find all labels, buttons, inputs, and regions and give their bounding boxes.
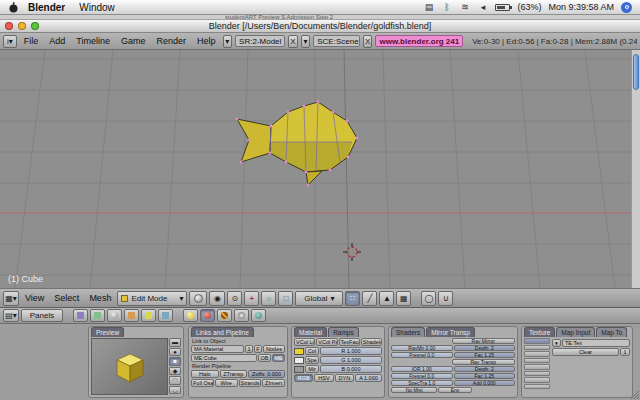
object-context-icon[interactable] xyxy=(124,309,139,322)
menu-view[interactable]: View xyxy=(21,293,48,303)
logic-context-icon[interactable] xyxy=(73,309,88,322)
world-buttons-icon[interactable] xyxy=(251,309,266,322)
material-users-button[interactable]: 1 xyxy=(245,345,253,353)
menu-game[interactable]: Game xyxy=(117,36,150,46)
transp-fresnel-slider[interactable]: Fresnel 0.0 xyxy=(391,373,453,379)
raymir-slider[interactable]: RayMir 0.00 xyxy=(391,345,453,351)
tab-ramps[interactable]: Ramps xyxy=(328,327,359,337)
halo-button[interactable]: Halo xyxy=(191,370,219,378)
volume-icon[interactable]: ◂ xyxy=(477,2,488,12)
material-id-field[interactable]: MA:Material xyxy=(191,345,244,353)
face-select-button[interactable]: ▲ xyxy=(379,291,394,306)
lamp-buttons-icon[interactable] xyxy=(183,309,198,322)
preview-cube-icon[interactable]: ■ xyxy=(169,357,181,366)
mirror-fac-field[interactable]: Fac 1.25 xyxy=(454,352,516,358)
transp-fac-field[interactable]: Fac 1.25 xyxy=(454,373,516,379)
fake-user-button[interactable]: F xyxy=(254,345,262,353)
scene-delete-button[interactable]: X xyxy=(363,35,373,48)
material-buttons-icon[interactable] xyxy=(200,309,215,322)
dyn-button[interactable]: DYN xyxy=(335,374,354,382)
col-button[interactable]: Col xyxy=(305,347,319,355)
draw-type-dropdown[interactable] xyxy=(189,291,207,306)
me-link-button[interactable]: ME xyxy=(272,354,285,362)
proportional-edit-button[interactable]: ◯ xyxy=(421,291,436,306)
specular-swatch[interactable] xyxy=(294,357,304,364)
slider-r[interactable]: R 1.000 xyxy=(320,347,382,355)
buttons-window-icon[interactable]: ▤▾ xyxy=(3,309,19,322)
rgb-button[interactable]: RGB xyxy=(294,374,313,382)
texture-buttons-icon[interactable] xyxy=(217,309,232,322)
bluetooth-icon[interactable]: ᛒ xyxy=(441,2,452,12)
mir-button[interactable]: Mir xyxy=(305,365,319,373)
texture-clear-button[interactable]: Clear xyxy=(552,348,619,356)
wire-button[interactable]: Wire xyxy=(215,379,238,387)
script-context-icon[interactable] xyxy=(90,309,105,322)
menu-mesh[interactable]: Mesh xyxy=(85,293,115,303)
screen-browse-button[interactable]: ▾ xyxy=(223,35,233,48)
info-window-icon[interactable]: i▾ xyxy=(3,35,17,48)
tab-shaders[interactable]: Shaders xyxy=(391,327,425,337)
preview-sphere-icon[interactable]: ● xyxy=(169,348,181,357)
mode-dropdown[interactable]: Edit Mode ▾ xyxy=(117,291,187,306)
add-field[interactable]: Add 0.000 xyxy=(454,380,516,386)
preview-monkey-icon[interactable]: ◆ xyxy=(169,367,181,376)
editor-type-icon[interactable]: ▦▾ xyxy=(3,291,19,306)
menu-timeline[interactable]: Timeline xyxy=(72,36,114,46)
goldfish-mesh[interactable] xyxy=(236,101,359,187)
snap-magnet-button[interactable]: ∪ xyxy=(438,291,453,306)
ray-mirror-button[interactable]: Ray Mirror xyxy=(452,338,516,344)
blender-version-badge[interactable]: www.blender.org 241 xyxy=(375,35,463,47)
occlude-button[interactable]: ▦ xyxy=(396,291,411,306)
texture-channel-slot[interactable] xyxy=(524,358,550,364)
texture-channel-slot[interactable] xyxy=(524,345,550,351)
hsv-button[interactable]: HSV xyxy=(314,374,333,382)
menu-select[interactable]: Select xyxy=(50,293,83,303)
vcol-light-button[interactable]: VCol Light xyxy=(294,338,315,346)
vcol-paint-button[interactable]: VCol Paint xyxy=(316,338,337,346)
tab-map-to[interactable]: Map To xyxy=(596,327,627,337)
resize-grip[interactable] xyxy=(628,388,640,400)
texture-channel-slot[interactable] xyxy=(524,338,550,344)
env-button[interactable]: Env xyxy=(438,387,472,393)
editing-context-icon[interactable] xyxy=(141,309,156,322)
menu-help[interactable]: Help xyxy=(193,36,220,46)
shading-context-icon[interactable] xyxy=(107,309,122,322)
tab-links-pipeline[interactable]: Links and Pipeline xyxy=(191,327,254,337)
strands-button[interactable]: Strands xyxy=(239,379,262,387)
zoffs-field[interactable]: Zoffs: 0.000 xyxy=(248,370,285,378)
pivot-dropdown[interactable]: ◉ xyxy=(209,291,225,306)
tab-map-input[interactable]: Map Input xyxy=(556,327,595,337)
edge-select-button[interactable]: ╱ xyxy=(362,291,377,306)
radiosity-buttons-icon[interactable] xyxy=(234,309,249,322)
texture-channel-slot[interactable] xyxy=(524,371,550,377)
battery-percent[interactable]: (63%) xyxy=(517,2,541,12)
texture-users-button[interactable]: 1 xyxy=(620,348,630,356)
app-menu-blender[interactable]: Blender xyxy=(21,2,72,13)
texture-channel-slot[interactable] xyxy=(524,384,550,390)
texface-button[interactable]: TexFace xyxy=(339,338,360,346)
tab-material[interactable]: Material xyxy=(294,327,327,337)
texture-channel-slot[interactable] xyxy=(524,377,550,383)
texture-id-field[interactable]: TE:Tex xyxy=(562,339,630,347)
nodes-button[interactable]: Nodes xyxy=(263,345,285,353)
scene-browse-button[interactable]: ▾ xyxy=(301,35,311,48)
scene-context-icon[interactable] xyxy=(158,309,173,322)
menu-file[interactable]: File xyxy=(20,36,43,46)
viewport-scrollbar[interactable] xyxy=(631,50,640,288)
menubar-clock[interactable]: Mon 9:39:58 AM xyxy=(548,2,614,12)
shadeless-button[interactable]: Shadeless xyxy=(361,338,382,346)
close-button[interactable] xyxy=(5,22,13,30)
screen-delete-button[interactable]: X xyxy=(288,35,298,48)
apple-menu-icon[interactable] xyxy=(8,2,19,13)
spectra-slider[interactable]: SpecTra 1.0 xyxy=(391,380,453,386)
window-titlebar[interactable]: Blender [/Users/Ben/Documents/Blender/go… xyxy=(0,20,640,33)
fish-tail[interactable] xyxy=(237,119,271,162)
spotlight-icon[interactable] xyxy=(621,2,632,13)
vertex-select-button[interactable]: ∷ xyxy=(345,291,360,306)
preview-sky-icon[interactable]: ◡ xyxy=(169,386,181,395)
ray-transp-button[interactable]: Ray Transp xyxy=(452,359,516,365)
texture-channel-slot[interactable] xyxy=(524,351,550,357)
tab-preview[interactable]: Preview xyxy=(91,327,124,337)
mirror-depth-field[interactable]: Depth: 2 xyxy=(454,345,516,351)
full-osa-button[interactable]: Full Osa xyxy=(191,379,214,387)
